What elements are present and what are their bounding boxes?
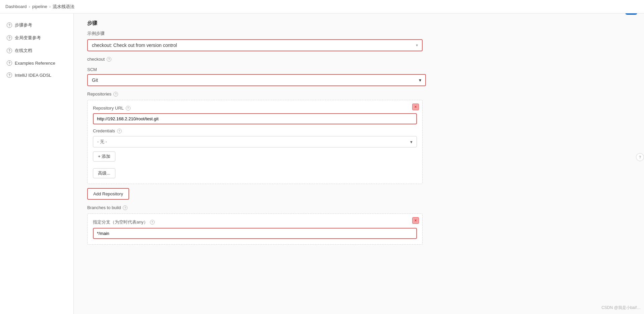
repo-url-label: Repository URL: [93, 106, 124, 111]
branches-label: Branches to build: [87, 205, 121, 210]
breadcrumb-bar: Dashboard › pipeline › 流水线语法: [0, 0, 644, 13]
repo-url-input[interactable]: [93, 113, 417, 124]
example-steps-label: 示例步骤: [87, 30, 631, 37]
section-title: 步骤: [87, 20, 631, 26]
breadcrumb-sep-1: ›: [29, 4, 30, 9]
add-credentials-button[interactable]: + 添加: [93, 151, 115, 162]
checkout-label: checkout: [87, 57, 105, 62]
scm-value: Git: [92, 77, 98, 83]
sidebar-item-intellij-gdsl[interactable]: ? IntelliJ IDEA GDSL: [0, 69, 73, 81]
scm-label: SCM: [87, 67, 97, 72]
branches-label-row: Branches to build ?: [87, 205, 631, 210]
branch-dashed-box: × 指定分支（为空时代表any） ?: [87, 213, 423, 245]
question-icon-global-var: ?: [7, 35, 12, 41]
main-content: 步骤 示例步骤 checkout: Check out from version…: [74, 13, 644, 314]
credentials-help-icon[interactable]: ?: [117, 129, 122, 133]
csdn-watermark: CSDN @我是小baif…: [601, 305, 641, 311]
checkout-help-icon[interactable]: ?: [107, 57, 111, 62]
question-icon-examples: ?: [7, 60, 12, 66]
sidebar-label-step-ref: 步骤参考: [15, 22, 32, 28]
sidebar-item-examples-ref[interactable]: ? Examples Reference: [0, 57, 73, 69]
repositories-help-icon[interactable]: ?: [113, 92, 118, 97]
branch-field-label: 指定分支（为空时代表any）: [93, 219, 148, 225]
layout: ? 步骤参考 ? 全局变量参考 ? 在线文档 ? Examples Refere…: [0, 13, 644, 314]
sidebar-item-global-var-ref[interactable]: ? 全局变量参考: [0, 32, 73, 44]
branch-input[interactable]: [93, 228, 417, 239]
branches-help-icon[interactable]: ?: [123, 205, 127, 210]
breadcrumb-current: 流水线语法: [53, 4, 74, 10]
sidebar: ? 步骤参考 ? 全局变量参考 ? 在线文档 ? Examples Refere…: [0, 13, 74, 314]
remove-repository-button[interactable]: ×: [412, 104, 419, 110]
repo-url-help-icon[interactable]: ?: [126, 106, 130, 111]
question-icon-online-doc: ?: [7, 48, 12, 53]
branch-field-help-icon[interactable]: ?: [150, 220, 155, 225]
scm-chevron-icon: ▾: [419, 77, 421, 83]
advanced-button[interactable]: 高级...: [93, 168, 115, 178]
scm-dropdown[interactable]: Git ▾: [87, 74, 426, 86]
example-steps-value: checkout: Check out from version control: [92, 43, 177, 48]
repositories-label: Repositories: [87, 91, 111, 97]
sidebar-item-step-ref[interactable]: ? 步骤参考: [0, 19, 73, 32]
scm-section: SCM Git ▾: [87, 67, 631, 86]
scm-label-row: SCM: [87, 67, 631, 72]
sidebar-item-online-doc[interactable]: ? 在线文档: [0, 44, 73, 57]
sidebar-label-global-var: 全局变量参考: [15, 35, 41, 41]
branch-close-x-icon: ×: [414, 218, 417, 223]
sidebar-label-examples: Examples Reference: [15, 61, 55, 66]
repositories-label-row: Repositories ?: [87, 91, 631, 97]
example-steps-dropdown[interactable]: checkout: Check out from version control…: [87, 39, 423, 51]
breadcrumb-pipeline[interactable]: pipeline: [32, 4, 47, 9]
question-icon-step-ref: ?: [7, 22, 12, 28]
credentials-dropdown[interactable]: - 无 - ▾: [93, 136, 417, 147]
breadcrumb-dashboard[interactable]: Dashboard: [5, 4, 27, 9]
question-icon-intellij: ?: [7, 72, 12, 78]
credentials-chevron-icon: ▾: [410, 139, 413, 144]
remove-branch-button[interactable]: ×: [412, 217, 419, 224]
branch-field-label-row: 指定分支（为空时代表any） ?: [93, 219, 417, 225]
checkout-label-row: checkout ?: [87, 57, 631, 62]
repository-dashed-box: × Repository URL ? Credentials ? - 无 - ▾…: [87, 100, 423, 184]
sidebar-label-intellij: IntelliJ IDEA GDSL: [15, 73, 51, 78]
credentials-label-row: Credentials ?: [93, 128, 417, 133]
chevron-down-icon: ▾: [416, 43, 418, 48]
breadcrumb-sep-2: ›: [49, 4, 51, 9]
repo-url-label-row: Repository URL ?: [93, 106, 417, 111]
credentials-value: - 无 -: [97, 139, 107, 145]
help-side-button[interactable]: ?: [636, 153, 644, 161]
credentials-label: Credentials: [93, 128, 115, 133]
close-x-icon: ×: [414, 105, 417, 109]
sidebar-label-online-doc: 在线文档: [15, 48, 32, 54]
add-repository-button[interactable]: Add Repository: [87, 188, 129, 200]
